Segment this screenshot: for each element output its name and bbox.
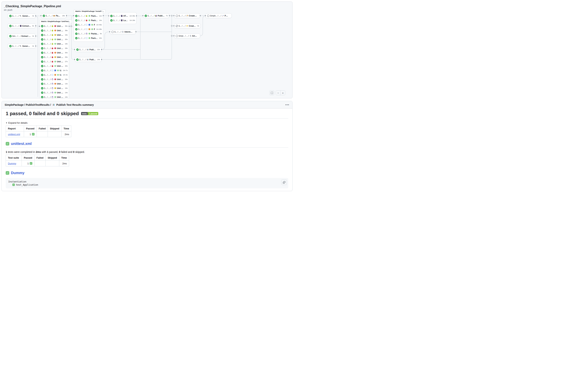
col-failed: Failed xyxy=(34,155,46,161)
job-node[interactable]: S... / ... /Packa...1m 45s xyxy=(74,23,103,27)
job-node[interactable]: S... / ... /Extract configur...6s xyxy=(8,24,36,28)
test-output-codeblock: Instantiation ✓test_Application xyxy=(6,178,288,188)
success-status-icon xyxy=(75,28,78,30)
window-icon xyxy=(86,28,88,30)
job-node[interactable]: S... / ... /Unit Tests - ...30s xyxy=(40,50,69,55)
job-node[interactable]: S... / ... /Unit Tests - ...28s xyxy=(40,46,69,50)
success-status-icon xyxy=(75,32,78,35)
job-node[interactable]: S... / ... /LaTeX Docu...1m 18s xyxy=(109,18,136,23)
job-node[interactable]: S... / ... /Unit Tests - ...14s xyxy=(40,90,69,95)
results-headline: 1 passed, 0 failed and 0 skipped xyxy=(6,111,79,117)
job-duration: 7s xyxy=(165,15,168,17)
matrix-group-card: Matrix: SimplePackage / UnitTest...S... … xyxy=(40,22,69,98)
skipped-status-icon xyxy=(176,25,178,27)
job-node[interactable]: S... / ... /Packa...1m 48s xyxy=(74,27,103,31)
job-node[interactable]: S... / ... /Create or Update R... xyxy=(174,13,200,18)
apple-green-icon xyxy=(51,25,54,27)
waiting-status-icon xyxy=(111,31,114,33)
fullscreen-button[interactable] xyxy=(269,90,274,95)
job-node[interactable]: Simpl... / ... /Artifact Cleanup xyxy=(174,33,200,38)
success-status-icon xyxy=(41,78,44,81)
dot-red-icon xyxy=(54,47,56,49)
dot-orange-icon xyxy=(54,29,56,32)
job-node[interactable]: S... / ... /Unit Tests - ...36s xyxy=(40,24,69,28)
penguin-icon xyxy=(51,83,54,85)
job-prefix: S... / ... / xyxy=(78,33,85,35)
job-node[interactable]: S... / ... /Package ins...11s xyxy=(74,14,103,18)
sq-orange-icon xyxy=(88,28,90,30)
package-icon xyxy=(53,15,55,17)
job-node[interactable]: S... / ... /Package inst...9s xyxy=(74,31,103,36)
expand-details-toggle[interactable]: ▼ Expand for details xyxy=(6,121,288,124)
success-status-icon xyxy=(41,69,44,72)
job-node[interactable]: S... / ... /HTML Docu...1m 46s xyxy=(109,14,136,18)
job-label: Publish to GH-P... xyxy=(158,15,165,17)
job-node[interactable]: S... / ... /✎Generate pipelin...4s xyxy=(8,44,36,48)
job-node[interactable]: S... / ... /Unit Tests - ...18s xyxy=(40,42,69,46)
apple-red-icon xyxy=(51,51,54,54)
dot-red-icon xyxy=(54,25,56,27)
report-link[interactable]: unittest.xml xyxy=(8,133,20,136)
notebook-icon xyxy=(20,25,22,27)
job-duration: 39s xyxy=(64,30,67,31)
job-label: Publish to PyPI xyxy=(225,15,229,17)
job-duration: 25s xyxy=(64,56,67,58)
job-node[interactable]: S... / ... /Intermediate Artifa... xyxy=(110,29,136,34)
job-prefix: S... / ... / xyxy=(78,24,85,26)
job-node[interactable]: S... / ... /Publish Code C...22s xyxy=(75,47,102,52)
job-node[interactable]: S... / ... /Publish to GH-P...7s xyxy=(143,13,169,18)
time-value: 2ms xyxy=(59,161,69,166)
window-icon xyxy=(51,74,54,76)
job-duration: 11s xyxy=(98,15,102,17)
job-node[interactable]: S... / ... /Unit T...2m 7s xyxy=(40,68,69,73)
job-node[interactable]: S... / ... /Create tag '${{ in...0s xyxy=(174,24,201,28)
job-node[interactable]: S... / ... /Unit Tests - ...15s xyxy=(40,86,69,90)
check-icon: ✓ xyxy=(12,184,15,186)
job-node[interactable]: S... / ... /Unit Tests - ...20s xyxy=(40,37,69,42)
job-label: Unit Tests - ... xyxy=(57,34,64,36)
job-node[interactable]: S... / ... /Package in Sou...18s xyxy=(41,13,66,18)
job-prefix: S... / ... / xyxy=(78,37,85,39)
copy-button[interactable] xyxy=(281,179,287,185)
job-label: HTML Docu... xyxy=(123,15,128,17)
success-status-icon xyxy=(41,38,44,41)
job-node[interactable]: S... / ... /Unit Tests - ...25s xyxy=(40,55,69,59)
job-node[interactable]: S... / ... /Package ins...22s xyxy=(74,36,103,40)
job-prefix: S... / ... / xyxy=(113,19,120,22)
job-node[interactable]: S... / ... /Unit Tests - ...13s xyxy=(40,81,69,86)
job-duration: 1m 48s xyxy=(95,28,102,30)
job-node[interactable]: S... / ... /Unit Tests - ...27s xyxy=(40,59,69,64)
books-icon xyxy=(155,15,157,17)
table-row: unittest.xml 1✓ 2ms xyxy=(6,131,71,137)
job-duration: 18s xyxy=(61,15,65,17)
suite-section-heading[interactable]: ✓ Dummy xyxy=(6,171,288,175)
pencil-icon: ✎ xyxy=(20,45,22,47)
job-node[interactable]: S... / ... /Unit Tests - ...39s xyxy=(40,28,69,33)
suite-link[interactable]: Dummy xyxy=(8,162,16,165)
job-node[interactable]: Sim... / ... /Extract Information4s xyxy=(8,34,36,38)
matrix-group-tab: Matrix: SimplePackage / Install / ... xyxy=(74,9,106,13)
apple-green-icon xyxy=(51,38,54,41)
zoom-in-button[interactable]: + xyxy=(281,91,285,95)
job-node[interactable]: S... / ... /Unit T...2m 3s xyxy=(40,73,69,77)
kebab-menu-button[interactable]: ••• xyxy=(285,103,289,106)
waiting-status-icon xyxy=(207,15,209,17)
job-node[interactable]: S... / ... /Unit Tests - ...16s xyxy=(40,77,69,81)
file-section-heading[interactable]: ✓ unittest.xml xyxy=(6,142,288,147)
job-node[interactable]: S... / ... /Unit Tests - ...40s xyxy=(40,64,69,68)
success-status-icon xyxy=(43,15,45,17)
penguin-icon xyxy=(51,96,54,98)
zoom-out-button[interactable]: − xyxy=(276,91,281,95)
col-passed: Passed xyxy=(22,155,35,161)
job-label: LaTeX Docu... xyxy=(123,19,128,22)
job-prefix: S... / ... / xyxy=(46,15,52,17)
job-node[interactable]: Simple... / ... /Publish to PyPI xyxy=(205,13,232,18)
waiting-status-icon xyxy=(176,35,178,37)
success-status-icon xyxy=(9,45,12,47)
job-node[interactable]: S... / ... /Unit Tests - ...14s xyxy=(40,95,69,98)
job-node[interactable]: S... / ... /Publish Test Re...14s xyxy=(75,57,102,62)
job-prefix: S... / ... / xyxy=(79,59,86,61)
job-node[interactable]: S... / ... /✎Generate pipelin...3s xyxy=(8,14,36,18)
job-node[interactable]: S... / ... /Unit Tests - ...19s xyxy=(40,33,69,37)
job-node[interactable]: S... / ... /Package ins...14s xyxy=(74,18,103,23)
